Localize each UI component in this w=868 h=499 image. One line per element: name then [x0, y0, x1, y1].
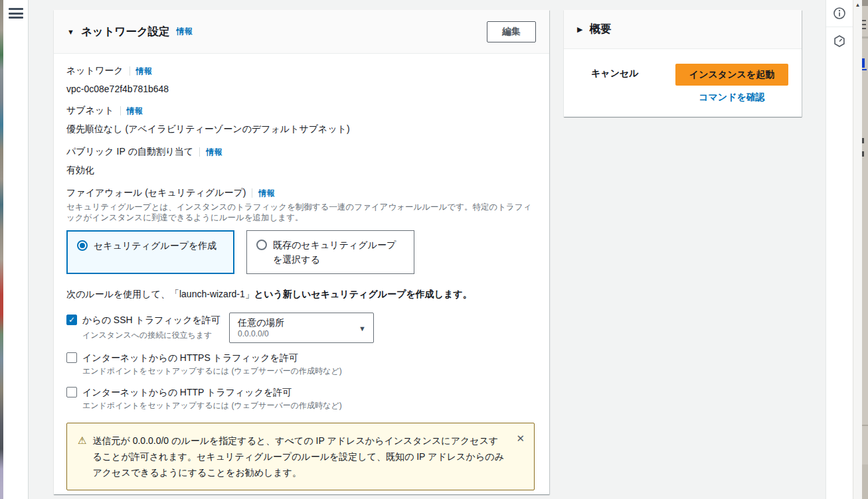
- ssh-rule-row: からの SSH トラフィックを許可 インスタンスへの接続に役立ちます 任意の場所…: [66, 313, 536, 343]
- new-security-group-sentence: 次のルールを使用して、「launch-wizard-1」という新しいセキュリティ…: [66, 289, 536, 301]
- close-icon[interactable]: ✕: [516, 433, 525, 445]
- divider: [130, 66, 130, 76]
- warning-text: 送信元が 0.0.0.0/0 のルールを指定すると、すべての IP アドレスから…: [92, 433, 505, 480]
- subnet-value: 優先順位なし (アベイラビリティーゾーンのデフォルトサブネット): [66, 123, 536, 135]
- side-nav-rail: [3, 0, 29, 499]
- select-existing-security-group-label: 既存のセキュリティグループ を選択する: [273, 238, 404, 267]
- ssh-source-cidr-value: 0.0.0.0/0: [238, 329, 353, 339]
- http-rule-row: インターネットからの HTTP トラフィックを許可 エンドポイントをセットアップ…: [66, 385, 536, 411]
- subnet-info-link[interactable]: 情報: [127, 106, 143, 117]
- network-settings-header[interactable]: ▼ ネットワーク設定 情報 編集: [54, 10, 549, 54]
- create-security-group-label: セキュリティグループを作成: [94, 238, 217, 253]
- https-rule-row: インターネットからの HTTPS トラフィックを許可 エンドポイントをセットアッ…: [66, 350, 536, 377]
- firewall-info-link[interactable]: 情報: [258, 188, 274, 199]
- divider: [252, 188, 252, 198]
- chevron-down-icon: ▼: [359, 324, 366, 332]
- ssh-source-selected-value: 任意の場所: [238, 317, 353, 329]
- warning-triangle-icon: ⚠: [78, 433, 86, 480]
- allow-https-checkbox[interactable]: [66, 352, 77, 363]
- radio-selected-icon: [77, 240, 88, 251]
- scrollbar-up-arrow[interactable]: ▲: [853, 0, 862, 10]
- clipped-background-window: [862, 0, 868, 499]
- summary-header[interactable]: ▶ 概要: [564, 10, 802, 49]
- allow-https-label: インターネットからの HTTPS トラフィックを許可: [82, 350, 298, 365]
- info-panel-button[interactable]: [826, 0, 853, 27]
- edit-button[interactable]: 編集: [487, 21, 536, 42]
- vertical-scrollbar[interactable]: ▲: [853, 0, 862, 499]
- network-value: vpc-0c08e72f4b781b648: [66, 84, 536, 94]
- help-tool-strip: [825, 0, 853, 499]
- public-ip-label: パブリック IP の自動割り当て: [66, 146, 193, 158]
- subnet-label: サブネット: [66, 105, 114, 117]
- network-settings-panel: ▼ ネットワーク設定 情報 編集 ネットワーク 情報 vpc-0c08e72f4…: [54, 10, 549, 494]
- allow-http-helper: エンドポイントをセットアップするには (ウェブサーバーの作成時など): [82, 400, 536, 411]
- launch-instance-button[interactable]: インスタンスを起動: [675, 64, 788, 86]
- allow-ssh-checkbox[interactable]: [66, 315, 77, 325]
- hexagon-icon: [833, 35, 846, 48]
- firewall-label: ファイアウォール (セキュリティグループ): [66, 187, 246, 199]
- allow-http-label: インターネットからの HTTP トラフィックを許可: [82, 385, 292, 399]
- hexagon-panel-button[interactable]: [826, 27, 853, 54]
- select-existing-security-group-option[interactable]: 既存のセキュリティグループ を選択する: [246, 230, 414, 274]
- network-info-link[interactable]: 情報: [136, 66, 152, 77]
- summary-panel: ▶ 概要 キャンセル インスタンスを起動 コマンドを確認: [564, 10, 802, 117]
- open-access-warning-alert: ⚠ 送信元が 0.0.0.0/0 のルールを指定すると、すべての IP アドレス…: [66, 423, 535, 490]
- info-icon: [833, 7, 846, 20]
- allow-ssh-label: からの SSH トラフィックを許可: [82, 313, 220, 327]
- radio-unselected-icon: [256, 240, 267, 250]
- network-settings-info-link[interactable]: 情報: [177, 26, 193, 37]
- ssh-source-dropdown[interactable]: 任意の場所 0.0.0.0/0 ▼: [229, 313, 374, 343]
- create-security-group-option[interactable]: セキュリティグループを作成: [66, 230, 234, 274]
- firewall-description: セキュリティグループとは、インスタンスのトラフィックを制御する一連のファイアウォ…: [66, 202, 535, 223]
- allow-ssh-helper: インスタンスへの接続に役立ちます: [82, 330, 229, 341]
- cancel-button[interactable]: キャンセル: [591, 68, 639, 80]
- divider: [199, 147, 200, 157]
- collapse-caret-icon[interactable]: ▼: [67, 28, 74, 36]
- summary-title: 概要: [589, 22, 611, 36]
- expand-caret-icon[interactable]: ▶: [577, 25, 582, 34]
- public-ip-value: 有効化: [66, 165, 536, 177]
- allow-https-helper: エンドポイントをセットアップするには (ウェブサーバーの作成時など): [82, 366, 536, 377]
- review-command-link[interactable]: コマンドを確認: [675, 92, 788, 104]
- network-label: ネットワーク: [66, 65, 124, 77]
- public-ip-info-link[interactable]: 情報: [206, 147, 222, 158]
- hamburger-menu-icon[interactable]: [9, 8, 23, 19]
- network-settings-title: ネットワーク設定: [81, 25, 170, 39]
- divider: [120, 106, 121, 115]
- allow-http-checkbox[interactable]: [66, 387, 77, 397]
